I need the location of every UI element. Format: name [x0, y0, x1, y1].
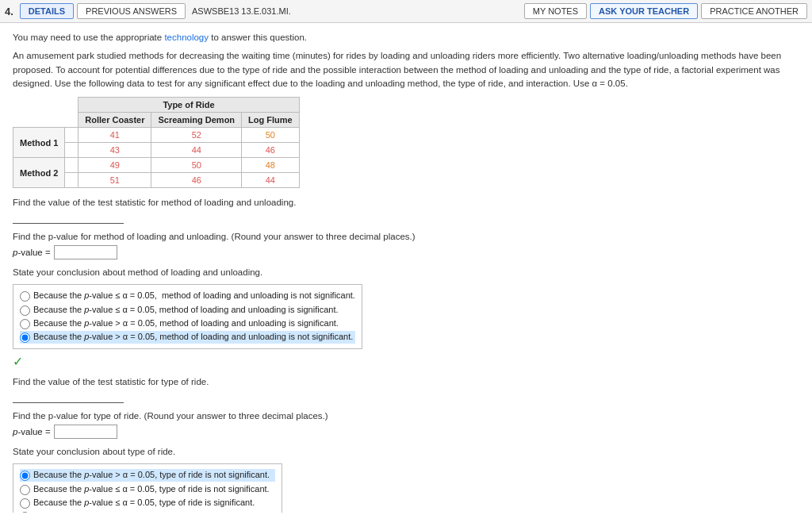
m2-rc-2: 51: [79, 173, 151, 188]
q3-radio-2[interactable]: [20, 306, 30, 316]
previous-answers-button[interactable]: PREVIOUS ANSWERS: [77, 3, 186, 19]
table-title: Type of Ride: [79, 98, 299, 113]
right-buttons: MY NOTES ASK YOUR TEACHER PRACTICE ANOTH…: [524, 3, 807, 19]
q2-pvalue-row: p-value =: [13, 245, 799, 259]
m1-lf-2: 46: [242, 143, 300, 158]
q5-pvalue-input[interactable]: [54, 425, 117, 439]
m2-sd-1: 50: [151, 158, 242, 173]
question-number: 4.: [5, 6, 13, 17]
q5-pvalue-row: p-value =: [13, 425, 799, 439]
practice-another-button[interactable]: PRACTICE ANOTHER: [701, 3, 807, 19]
q3-option-3: Because the p-value > α = 0.05, method o…: [20, 317, 355, 329]
technology-link[interactable]: technology: [164, 33, 209, 42]
q3-option-2: Because the p-value ≤ α = 0.05, method o…: [20, 304, 355, 316]
q5-label: Find the p-value for type of ride. (Roun…: [13, 409, 799, 422]
q6-option-2-label: Because the p-value ≤ α = 0.05, type of …: [33, 483, 270, 495]
q3-radio-group: Because the p-value ≤ α = 0.05, method o…: [13, 284, 362, 349]
q3-option-4-label: Because the p-value > α = 0.05, method o…: [33, 331, 353, 343]
m2-rc-1: 49: [79, 158, 151, 173]
m2-lf-1: 48: [242, 158, 300, 173]
method2-label: Method 2: [13, 158, 65, 188]
table-row: Method 1 41 52 50: [13, 128, 300, 143]
m1-rc-2: 43: [79, 143, 151, 158]
col-header-roller: Roller Coaster: [79, 113, 151, 128]
q6-option-1-label: Because the p-value > α = 0.05, type of …: [33, 469, 270, 481]
m2-lf-2: 44: [242, 173, 300, 188]
col-header-screaming: Screaming Demon: [151, 113, 242, 128]
q6-option-4-label: Because the p-value > α = 0.05, type of …: [33, 510, 255, 513]
q3-radio-1[interactable]: [20, 291, 30, 302]
data-table: Type of Ride Roller Coaster Screaming De…: [13, 97, 300, 188]
q6-option-4: Because the p-value > α = 0.05, type of …: [20, 510, 275, 513]
q3-option-1: Because the p-value ≤ α = 0.05, method o…: [20, 290, 355, 302]
q5-pvalue-prefix: p-value =: [13, 427, 51, 436]
q3-option-1-label: Because the p-value ≤ α = 0.05, method o…: [33, 290, 355, 302]
q3-radio-4[interactable]: [20, 332, 30, 343]
q2-pvalue-prefix: p-value =: [13, 248, 51, 257]
q6-radio-1[interactable]: [20, 471, 30, 481]
method1-label: Method 1: [13, 128, 65, 158]
q2-label: Find the p-value for method of loading a…: [13, 230, 799, 243]
m2-sd-2: 46: [151, 173, 242, 188]
q2-pvalue-input[interactable]: [54, 245, 117, 259]
m1-rc-1: 41: [79, 128, 151, 143]
details-button[interactable]: DETAILS: [20, 3, 74, 19]
ask-teacher-button[interactable]: ASK YOUR TEACHER: [590, 3, 698, 19]
my-notes-button[interactable]: MY NOTES: [524, 3, 587, 19]
q6-radio-group: Because the p-value > α = 0.05, type of …: [13, 463, 282, 513]
table-row: Method 2 49 50 48: [13, 158, 300, 173]
q6-radio-2[interactable]: [20, 485, 30, 495]
q1-label: Find the value of the test statistic for…: [13, 196, 799, 209]
q3-option-3-label: Because the p-value > α = 0.05, method o…: [33, 317, 339, 329]
m1-sd-1: 52: [151, 128, 242, 143]
col-header-log: Log Flume: [242, 113, 300, 128]
top-bar: 4. DETAILS PREVIOUS ANSWERS ASWSBE13 13.…: [0, 0, 812, 23]
q6-radio-3[interactable]: [20, 498, 30, 509]
intro-text-1: You may need to use the appropriate tech…: [13, 31, 799, 44]
q3-label: State your conclusion about method of lo…: [13, 266, 799, 279]
q4-label: Find the value of the test statistic for…: [13, 375, 799, 388]
data-table-wrap: Type of Ride Roller Coaster Screaming De…: [13, 97, 799, 188]
q3-option-2-label: Because the p-value ≤ α = 0.05, method o…: [33, 304, 339, 316]
problem-id: ASWSBE13 13.E.031.MI.: [192, 6, 291, 16]
q6-radio-4[interactable]: [20, 512, 30, 513]
q6-option-3: Because the p-value ≤ α = 0.05, type of …: [20, 497, 275, 509]
q3-radio-3[interactable]: [20, 319, 30, 329]
content-area: You may need to use the appropriate tech…: [0, 23, 812, 513]
q6-option-1: Because the p-value > α = 0.05, type of …: [20, 469, 275, 481]
q1-input[interactable]: [13, 211, 124, 224]
m1-sd-2: 44: [151, 143, 242, 158]
q6-label: State your conclusion about type of ride…: [13, 445, 799, 458]
intro-text-2: An amusement park studied methods for de…: [13, 49, 799, 90]
q6-option-3-label: Because the p-value ≤ α = 0.05, type of …: [33, 497, 255, 509]
m1-lf-1: 50: [242, 128, 300, 143]
q4-input[interactable]: [13, 390, 124, 403]
q3-checkmark: ✓: [13, 354, 799, 369]
q3-option-4: Because the p-value > α = 0.05, method o…: [20, 331, 355, 343]
q6-option-2: Because the p-value ≤ α = 0.05, type of …: [20, 483, 275, 495]
